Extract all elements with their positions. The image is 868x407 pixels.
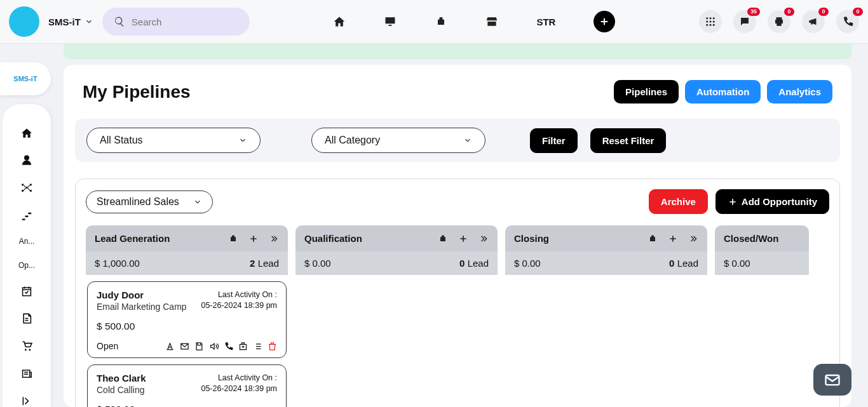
add-opportunity-label: Add Opportunity bbox=[742, 196, 817, 207]
sidebar-collapse-icon[interactable] bbox=[20, 395, 34, 407]
card-name: Theo Clark bbox=[97, 373, 146, 384]
column-title: Closed/Won bbox=[724, 233, 778, 244]
robot-icon[interactable] bbox=[648, 234, 658, 244]
tab-analytics[interactable]: Analytics bbox=[767, 80, 832, 103]
search-box[interactable] bbox=[102, 8, 250, 36]
archive-button[interactable]: Archive bbox=[649, 189, 708, 214]
column-header: Lead Generation bbox=[86, 225, 288, 251]
column-summary: $ 0.00 0 Lead bbox=[295, 251, 498, 275]
column-summary: $ 1,000.00 2 Lead bbox=[86, 251, 288, 275]
desktop-icon[interactable] bbox=[384, 15, 397, 28]
call-button[interactable]: 0 bbox=[836, 10, 859, 33]
column-count: 0 bbox=[669, 258, 674, 269]
sound-icon[interactable] bbox=[209, 342, 219, 351]
card-activity-label: Last Activity On : bbox=[201, 290, 277, 300]
brand-menu[interactable]: SMS-iT bbox=[48, 17, 93, 27]
column-title: Lead Generation bbox=[95, 233, 170, 244]
sidebar-network-icon[interactable] bbox=[20, 182, 34, 194]
column-header: Closing bbox=[505, 225, 707, 251]
more-icon[interactable] bbox=[688, 234, 698, 244]
sidebar-item-an[interactable]: An... bbox=[19, 237, 35, 246]
add-button[interactable] bbox=[593, 11, 615, 32]
apps-button[interactable] bbox=[699, 10, 722, 33]
category-select[interactable]: All Category bbox=[311, 128, 485, 153]
sidebar-logo[interactable]: SMS-iT bbox=[0, 62, 51, 95]
add-opportunity-button[interactable]: Add Opportunity bbox=[715, 189, 829, 214]
column-qualification: Qualification $ 0.00 0 Lead bbox=[295, 225, 498, 407]
sidebar-notes-icon[interactable] bbox=[20, 312, 34, 324]
plus-icon[interactable] bbox=[458, 234, 468, 244]
board-actions: Archive Add Opportunity bbox=[649, 189, 829, 214]
top-bar: SMS-iT STR 35 0 0 0 bbox=[0, 0, 868, 44]
filter-button[interactable]: Filter bbox=[530, 128, 578, 153]
chat-button[interactable]: 35 bbox=[733, 10, 756, 33]
column-closing: Closing $ 0.00 0 Lead bbox=[505, 225, 707, 407]
plus-icon[interactable] bbox=[668, 234, 678, 244]
svg-point-14 bbox=[25, 349, 27, 351]
card-activity-label: Last Activity On : bbox=[201, 373, 277, 384]
card-name: Judy Door bbox=[97, 290, 187, 300]
chevron-down-icon bbox=[193, 197, 202, 206]
svg-point-8 bbox=[713, 24, 715, 26]
sidebar-item-op[interactable]: Op... bbox=[18, 261, 35, 270]
card-activity-time: 05-26-2024 18:39 pm bbox=[201, 300, 277, 311]
text-icon[interactable] bbox=[165, 342, 175, 351]
phone-icon[interactable] bbox=[224, 342, 233, 351]
medkit-icon[interactable] bbox=[238, 342, 248, 351]
filter-bar: All Status All Category Filter Reset Fil… bbox=[75, 119, 840, 162]
card-amount: $ 500.00 bbox=[97, 404, 277, 407]
top-nav: STR bbox=[259, 11, 690, 32]
column-header: Qualification bbox=[295, 225, 498, 251]
card-activity-time: 05-26-2024 18:39 pm bbox=[201, 384, 277, 394]
sidebar-cart-icon[interactable] bbox=[20, 340, 34, 352]
search-icon bbox=[114, 16, 125, 27]
column-amount: $ 0.00 bbox=[304, 258, 331, 269]
robot-icon[interactable] bbox=[435, 15, 447, 28]
panel-header: My Pipelines Pipelines Automation Analyt… bbox=[75, 80, 840, 103]
column-count: 2 bbox=[250, 258, 255, 269]
chevron-down-icon bbox=[463, 136, 472, 145]
card-amount: $ 500.00 bbox=[97, 321, 277, 332]
robot-icon[interactable] bbox=[438, 234, 448, 244]
more-icon[interactable] bbox=[269, 234, 279, 244]
svg-point-2 bbox=[713, 17, 715, 19]
email-icon[interactable] bbox=[180, 342, 189, 351]
str-link[interactable]: STR bbox=[536, 17, 555, 27]
more-icon[interactable] bbox=[478, 234, 489, 244]
list-icon[interactable] bbox=[253, 342, 262, 351]
sidebar-news-icon[interactable] bbox=[20, 368, 34, 380]
sidebar-calendar-icon[interactable] bbox=[20, 285, 34, 297]
svg-rect-16 bbox=[826, 375, 839, 385]
chevron-down-icon bbox=[238, 136, 247, 145]
reset-filter-button[interactable]: Reset Filter bbox=[590, 128, 667, 153]
sidebar-steps-icon[interactable] bbox=[20, 210, 34, 222]
announce-button[interactable]: 0 bbox=[802, 10, 825, 33]
tab-automation[interactable]: Automation bbox=[685, 80, 761, 103]
svg-point-13 bbox=[30, 190, 32, 192]
sidebar-home-icon[interactable] bbox=[20, 127, 34, 139]
status-select[interactable]: All Status bbox=[86, 128, 261, 153]
opportunity-card[interactable]: Judy Door Email Marketing Camp Last Acti… bbox=[87, 281, 287, 358]
svg-point-4 bbox=[710, 21, 712, 23]
pipeline-select[interactable]: Streamlined Sales bbox=[86, 190, 213, 213]
print-badge: 0 bbox=[784, 8, 794, 16]
trash-icon[interactable] bbox=[268, 342, 277, 351]
opportunity-card[interactable]: Theo Clark Cold Calling Last Activity On… bbox=[87, 364, 287, 407]
print-button[interactable]: 0 bbox=[768, 10, 790, 33]
svg-point-9 bbox=[25, 187, 27, 189]
help-button[interactable] bbox=[813, 364, 851, 396]
search-input[interactable] bbox=[125, 17, 220, 27]
avatar[interactable] bbox=[9, 6, 39, 37]
card-source: Email Marketing Camp bbox=[97, 302, 187, 312]
save-icon[interactable] bbox=[194, 342, 204, 351]
sidebar-user-icon[interactable] bbox=[20, 154, 34, 166]
store-icon[interactable] bbox=[485, 15, 498, 28]
chat-badge: 35 bbox=[747, 8, 760, 16]
svg-point-7 bbox=[710, 24, 712, 26]
chevron-down-icon bbox=[85, 17, 93, 26]
robot-icon[interactable] bbox=[228, 234, 238, 244]
plus-icon[interactable] bbox=[248, 234, 259, 244]
home-icon[interactable] bbox=[333, 15, 346, 28]
columns: Lead Generation $ 1,000.00 2 Lead J bbox=[86, 225, 829, 407]
tab-pipelines[interactable]: Pipelines bbox=[614, 80, 679, 103]
